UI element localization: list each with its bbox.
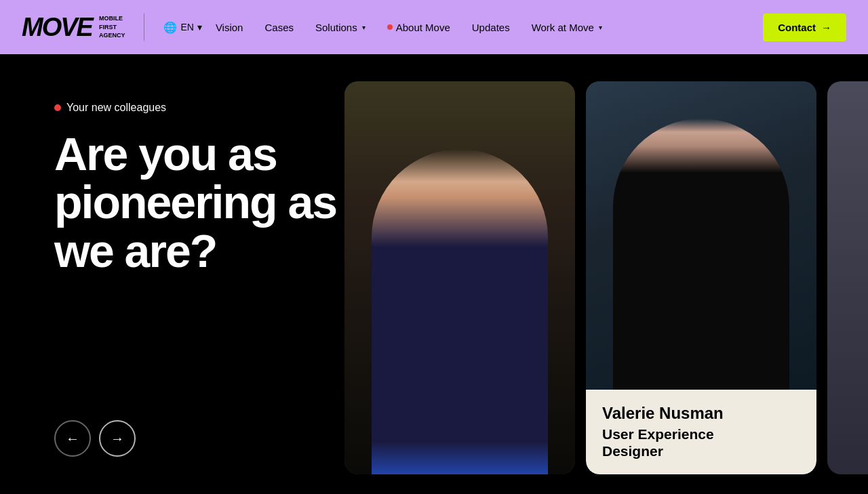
- card2-info: Valerie Nusman User Experience Designer: [586, 390, 816, 474]
- card2-role-line2: Designer: [602, 443, 663, 459]
- colleague-cards: Valerie Nusman User Experience Designer: [344, 81, 868, 474]
- nav-item-updates[interactable]: Updates: [472, 22, 510, 33]
- heading-line2: pioneering as: [54, 176, 336, 228]
- tag-line: Your new colleagues: [54, 102, 346, 114]
- nav-about-label: About Move: [396, 22, 450, 33]
- card2-name: Valerie Nusman: [602, 405, 800, 422]
- hero-text: Your new colleagues Are you as pioneerin…: [54, 95, 346, 275]
- carousel-controls: ← →: [54, 420, 136, 457]
- prev-button[interactable]: ←: [54, 420, 91, 457]
- solutions-chevron-icon: [362, 24, 366, 31]
- heading-line1: Are you as: [54, 128, 277, 180]
- colleague-card-2[interactable]: Valerie Nusman User Experience Designer: [586, 81, 816, 474]
- contact-label: Contact: [778, 22, 816, 33]
- main-nav: Vision Cases Solutions About Move Update…: [216, 22, 763, 33]
- work-chevron-icon: [599, 24, 602, 31]
- about-active-dot: [387, 24, 393, 30]
- card3-image: [827, 81, 868, 474]
- nav-item-vision[interactable]: Vision: [216, 22, 243, 33]
- globe-icon: 🌐: [163, 21, 177, 34]
- card2-role-line1: User Experience: [602, 426, 714, 442]
- nav-item-cases[interactable]: Cases: [264, 22, 294, 33]
- nav-item-solutions[interactable]: Solutions: [315, 22, 366, 33]
- logo[interactable]: MOVE MOBILE FIRST AGENCY: [22, 14, 125, 40]
- heading-line3: we are?: [54, 225, 216, 276]
- lang-label: EN: [180, 22, 193, 33]
- logo-move-text: MOVE: [22, 14, 92, 40]
- colleague-card-3-partial: [827, 81, 868, 474]
- main-section: Your new colleagues Are you as pioneerin…: [0, 54, 868, 494]
- nav-solutions-label: Solutions: [315, 22, 357, 33]
- hero-heading: Are you as pioneering as we are?: [54, 130, 346, 275]
- tag-text: Your new colleagues: [66, 102, 166, 114]
- colleague-card-1[interactable]: [344, 81, 575, 474]
- next-arrow-icon: →: [111, 431, 124, 447]
- prev-arrow-icon: ←: [66, 431, 79, 447]
- header-divider: [144, 14, 144, 41]
- card2-role: User Experience Designer: [602, 426, 800, 459]
- language-selector[interactable]: 🌐 EN: [163, 21, 201, 34]
- contact-arrow-icon: [821, 22, 831, 33]
- contact-button[interactable]: Contact: [763, 14, 846, 41]
- card2-image: [586, 81, 816, 390]
- card1-image: [344, 81, 575, 474]
- tag-dot: [54, 104, 61, 111]
- next-button[interactable]: →: [99, 420, 136, 457]
- nav-work-label: Work at Move: [532, 22, 594, 33]
- nav-item-work[interactable]: Work at Move: [532, 22, 602, 33]
- lang-chevron-icon: [197, 22, 202, 33]
- logo-tagline: MOBILE FIRST AGENCY: [99, 14, 125, 40]
- header: MOVE MOBILE FIRST AGENCY 🌐 EN Vision Cas…: [0, 0, 868, 54]
- nav-item-about[interactable]: About Move: [387, 22, 450, 33]
